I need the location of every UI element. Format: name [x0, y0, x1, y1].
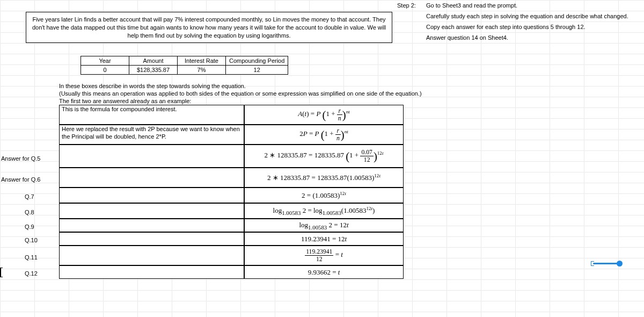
table-row: Year Amount Interest Rate Compounding Pe…: [81, 56, 288, 66]
step2-line: Copy each answer for each step into ques…: [426, 24, 639, 30]
step-eq-cell: 119.23941 = 12t: [244, 232, 404, 246]
step-eq-cell: log1.00583 2 = 12t: [244, 219, 404, 232]
prompt-text: Five years later Lin finds a better acco…: [32, 16, 386, 39]
step2-line: Go to Sheet3 and read the prompt.: [426, 2, 639, 9]
col-header[interactable]: Interest Rate: [178, 56, 226, 66]
step-desc-cell[interactable]: This is the formula for compounded inter…: [59, 105, 244, 125]
slider-track: [593, 263, 620, 264]
step-desc-cell[interactable]: Here we replaced the result with 2P beca…: [59, 125, 244, 145]
q-label: Q.11: [25, 254, 38, 261]
step-desc-cell[interactable]: [59, 168, 244, 188]
step-desc-cell[interactable]: [59, 246, 244, 265]
instruction-line: (Usually this means an operation was app…: [59, 90, 422, 97]
q-label: Q.7: [25, 193, 34, 200]
step-eq-cell: 2 = (1.00583)12t: [244, 188, 404, 203]
col-header[interactable]: Amount: [129, 56, 178, 66]
cell[interactable]: 7%: [178, 66, 226, 75]
col-header[interactable]: Compounding Period: [226, 56, 288, 66]
step2-line: Carefully study each step in solving the…: [426, 13, 639, 19]
step-desc-cell[interactable]: [59, 219, 244, 232]
step-eq-cell: log1.00583 2 = log1.00583(1.0058312t): [244, 203, 404, 219]
step-desc-cell[interactable]: [59, 232, 244, 246]
instruction-line: The first two are answered already as an…: [59, 97, 191, 105]
step2-line: Answer question 14 on Sheet4.: [426, 34, 639, 41]
cell[interactable]: 0: [81, 66, 129, 75]
step-eq-cell: 2 ∗ 128335.87 = 128335.87(1.00583)12t: [244, 168, 404, 188]
step-desc-cell[interactable]: [59, 188, 244, 203]
q-label: Answer for Q.5: [1, 155, 40, 162]
step-eq-cell: 2P = P (1 + rn)nt: [244, 125, 404, 145]
slider-control[interactable]: [593, 261, 623, 267]
step-eq-cell: 9.93662 = t: [244, 265, 404, 279]
cell[interactable]: $128,335.87: [129, 66, 178, 75]
prompt-box: Five years later Lin finds a better acco…: [26, 12, 392, 43]
step2-label: Step 2:: [397, 2, 426, 9]
params-table: Year Amount Interest Rate Compounding Pe…: [80, 56, 288, 75]
step2-block: Step 2: Go to Sheet3 and read the prompt…: [397, 0, 639, 43]
step-desc-cell[interactable]: [59, 145, 244, 168]
step-eq-cell: 119.2394112 = t: [244, 246, 404, 265]
cell[interactable]: 12: [226, 66, 288, 75]
q-label: Q.12: [25, 270, 38, 277]
slider-thumb[interactable]: [617, 261, 623, 266]
step-desc-cell[interactable]: [59, 265, 244, 279]
col-header[interactable]: Year: [81, 56, 129, 66]
q-label: Q.9: [25, 224, 34, 230]
q-label: Q.10: [25, 237, 38, 243]
step-desc-cell[interactable]: [59, 203, 244, 219]
step-eq-cell: 2 ∗ 128335.87 = 128335.87 (1 + 0.0712)12…: [244, 145, 404, 168]
text-cursor-icon: [0, 268, 3, 277]
step-eq-cell: A(t) = P (1 + rn)nt: [244, 105, 404, 125]
instruction-line: In these boxes describe in words the ste…: [59, 82, 246, 90]
table-row: 0 $128,335.87 7% 12: [81, 66, 288, 75]
q-label: Q.8: [25, 209, 34, 215]
q-label: Answer for Q.6: [1, 176, 40, 183]
